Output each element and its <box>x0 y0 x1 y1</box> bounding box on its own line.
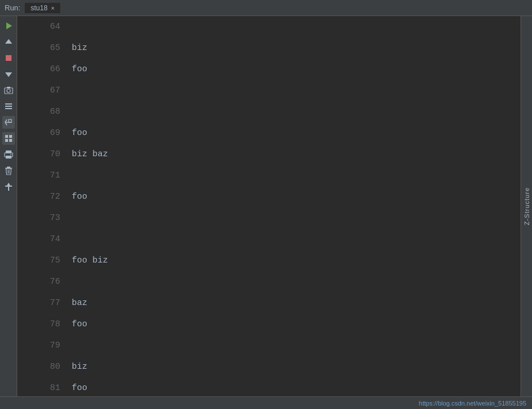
code-area[interactable]: 6465biz66foo676869foo70biz baz7172foo737… <box>17 16 521 396</box>
code-line: 78foo <box>17 314 521 335</box>
tab-name: stu18 <box>30 4 47 12</box>
line-number: 80 <box>17 362 72 372</box>
delete-icon[interactable] <box>2 164 15 177</box>
code-line: 67 <box>17 80 521 101</box>
line-number: 79 <box>17 341 72 350</box>
code-line: 70biz baz <box>17 144 521 165</box>
line-number: 69 <box>17 128 72 138</box>
svg-rect-7 <box>5 103 12 105</box>
tab-close-icon[interactable]: × <box>51 5 55 11</box>
line-number: 77 <box>17 298 72 308</box>
svg-rect-6 <box>7 87 10 88</box>
line-number: 72 <box>17 192 72 202</box>
code-line: 76 <box>17 271 521 292</box>
line-content: foo <box>72 128 87 138</box>
line-content: biz baz <box>72 149 108 159</box>
code-line: 77baz <box>17 292 521 314</box>
code-line: 80biz <box>17 356 521 377</box>
code-line: 69foo <box>17 122 521 144</box>
stop-icon[interactable] <box>2 52 15 64</box>
status-bar: https://blog.csdn.net/weixin_51855195 <box>0 396 532 409</box>
code-line: 74 <box>17 229 521 250</box>
svg-rect-12 <box>5 135 8 138</box>
svg-rect-8 <box>5 106 12 107</box>
format-icon[interactable] <box>2 132 15 145</box>
svg-rect-2 <box>6 55 11 61</box>
line-number: 78 <box>17 319 72 329</box>
tab[interactable]: stu18 × <box>25 3 60 13</box>
svg-rect-13 <box>9 135 12 138</box>
line-number: 73 <box>17 213 72 223</box>
svg-point-19 <box>10 154 11 155</box>
code-line: 79 <box>17 335 521 356</box>
svg-rect-14 <box>5 139 8 142</box>
svg-rect-20 <box>7 167 10 168</box>
pin-icon[interactable] <box>2 180 15 193</box>
line-content: biz <box>72 362 87 372</box>
svg-marker-3 <box>5 72 12 77</box>
code-line: 72foo <box>17 186 521 207</box>
line-number: 74 <box>17 234 72 244</box>
play-icon[interactable] <box>2 20 15 32</box>
svg-rect-15 <box>9 139 12 142</box>
code-line: 66foo <box>17 59 521 80</box>
line-content: foo biz <box>72 256 108 265</box>
line-number: 75 <box>17 256 72 265</box>
svg-marker-0 <box>6 22 12 29</box>
status-url: https://blog.csdn.net/weixin_51855195 <box>419 400 526 407</box>
line-content: foo <box>72 64 87 74</box>
line-content: baz <box>72 298 87 308</box>
code-line: 73 <box>17 207 521 229</box>
svg-marker-1 <box>5 39 12 44</box>
line-content: foo <box>72 192 87 202</box>
line-number: 65 <box>17 43 72 53</box>
line-content: foo <box>72 319 87 329</box>
line-number: 70 <box>17 149 72 159</box>
line-number: 71 <box>17 171 72 180</box>
svg-rect-18 <box>6 156 11 159</box>
run-label: Run: <box>5 3 20 12</box>
line-number: 68 <box>17 107 72 117</box>
code-line: 75foo biz <box>17 250 521 271</box>
line-content: foo <box>72 383 87 393</box>
left-sidebar <box>0 16 17 396</box>
top-bar: Run: stu18 × <box>0 0 532 16</box>
code-line: 81foo <box>17 377 521 396</box>
line-number: 64 <box>17 22 72 32</box>
code-line: 68 <box>17 101 521 122</box>
print-icon[interactable] <box>2 148 15 161</box>
code-line: 64 <box>17 16 521 37</box>
list-icon[interactable] <box>2 100 15 113</box>
line-number: 66 <box>17 64 72 74</box>
svg-rect-21 <box>5 168 12 169</box>
svg-point-5 <box>7 89 10 92</box>
svg-rect-9 <box>5 108 12 109</box>
arrow-up-icon[interactable] <box>2 36 15 48</box>
line-number: 67 <box>17 86 72 95</box>
line-number: 81 <box>17 383 72 393</box>
main-layout: 6465biz66foo676869foo70biz baz7172foo737… <box>0 16 532 396</box>
arrow-down-icon[interactable] <box>2 68 15 80</box>
line-number: 76 <box>17 277 72 287</box>
code-line: 65biz <box>17 37 521 59</box>
code-line: 71 <box>17 165 521 186</box>
camera-icon[interactable] <box>2 84 15 97</box>
exit-icon[interactable] <box>2 116 15 129</box>
right-sidebar: Z-Structure <box>521 16 532 396</box>
line-content: biz <box>72 43 87 53</box>
right-sidebar-label: Z-Structure <box>523 187 530 225</box>
